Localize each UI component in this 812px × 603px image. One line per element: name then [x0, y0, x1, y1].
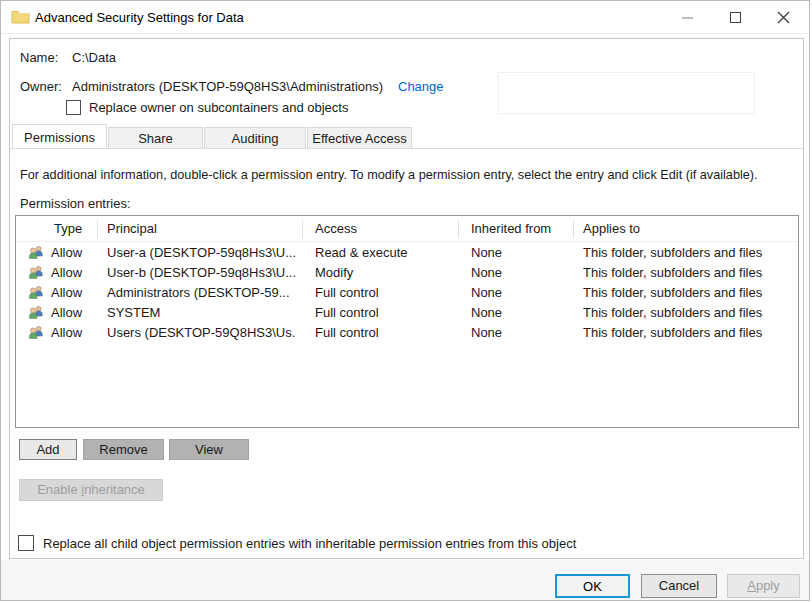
- cell-access: Full control: [303, 325, 459, 340]
- cell-applies-to: This folder, subfolders and files: [574, 285, 798, 300]
- cell-type: Allow: [51, 245, 82, 260]
- replace-owner-checkbox[interactable]: [66, 100, 81, 115]
- cell-access: Read & execute: [303, 245, 459, 260]
- dialog-window: Advanced Security Settings for Data Name…: [0, 0, 810, 601]
- column-header-inherited-from[interactable]: Inherited from: [459, 220, 574, 238]
- cell-applies-to: This folder, subfolders and files: [574, 245, 798, 260]
- cell-inherited-from: None: [459, 305, 574, 320]
- cell-inherited-from: None: [459, 265, 574, 280]
- table-row[interactable]: Allow User-a (DESKTOP-59q8Hs3\U... Read …: [16, 242, 798, 262]
- cell-access: Full control: [303, 305, 459, 320]
- permission-entries-table: Type Principal Access Inherited from App…: [15, 215, 799, 428]
- cell-applies-to: This folder, subfolders and files: [574, 265, 798, 280]
- replace-owner-label[interactable]: Replace owner on subcontainers and objec…: [89, 100, 348, 115]
- owner-value: Administrators (DESKTOP-59Q8HS3\Administ…: [72, 79, 383, 94]
- table-row[interactable]: Allow Users (DESKTOP-59Q8HS3\Us. Full co…: [16, 322, 798, 342]
- column-header-applies-to[interactable]: Applies to: [574, 220, 798, 238]
- column-header-type[interactable]: Type: [16, 220, 98, 238]
- name-label: Name:: [20, 50, 58, 65]
- title-bar: Advanced Security Settings for Data: [1, 1, 809, 34]
- name-value: C:\Data: [72, 50, 116, 65]
- cell-type: Allow: [51, 325, 82, 340]
- replace-child-label[interactable]: Replace all child object permission entr…: [43, 536, 576, 551]
- users-icon: [28, 324, 44, 340]
- enable-inheritance-label: Enable: [37, 482, 81, 497]
- cancel-button[interactable]: Cancel: [641, 574, 717, 598]
- window-title: Advanced Security Settings for Data: [35, 10, 244, 25]
- tab-effective-access[interactable]: Effective Access: [307, 127, 412, 149]
- cell-access: Full control: [303, 285, 459, 300]
- tab-strip: Permissions Share Auditing Effective Acc…: [12, 124, 413, 149]
- users-icon: [28, 284, 44, 300]
- main-panel: Name: C:\Data Owner: Administrators (DES…: [9, 38, 804, 559]
- cell-applies-to: This folder, subfolders and files: [574, 325, 798, 340]
- remove-button[interactable]: Remove: [83, 439, 164, 460]
- maximize-icon: [730, 12, 741, 23]
- column-header-access[interactable]: Access: [303, 220, 459, 238]
- cell-principal: User-b (DESKTOP-59q8Hs3\U...: [98, 265, 303, 280]
- cell-applies-to: This folder, subfolders and files: [574, 305, 798, 320]
- apply-button: Apply: [727, 574, 800, 598]
- users-icon: [28, 304, 44, 320]
- cell-access: Modify: [303, 265, 459, 280]
- tab-share[interactable]: Share: [108, 127, 203, 149]
- info-text: For additional information, double-click…: [20, 168, 758, 182]
- users-icon: [28, 264, 44, 280]
- cell-type: Allow: [51, 265, 82, 280]
- permission-entries-label: Permission entries:: [20, 196, 131, 211]
- column-header-principal[interactable]: Principal: [98, 220, 303, 238]
- cell-type: Allow: [51, 305, 82, 320]
- close-icon: [777, 11, 790, 24]
- minimize-icon: [682, 17, 693, 19]
- table-header: Type Principal Access Inherited from App…: [16, 216, 798, 242]
- enable-inheritance-button: Enable inheritance: [19, 479, 163, 501]
- tab-permissions[interactable]: Permissions: [12, 124, 107, 149]
- cell-principal: SYSTEM: [98, 305, 303, 320]
- close-button[interactable]: [761, 1, 805, 34]
- tab-strip-line: [10, 148, 803, 149]
- maximize-button[interactable]: [713, 1, 757, 34]
- owner-label: Owner:: [20, 79, 62, 94]
- cell-principal: Users (DESKTOP-59Q8HS3\Us.: [98, 325, 303, 340]
- enable-inheritance-label-rest: nheritance: [84, 482, 145, 497]
- replace-child-checkbox[interactable]: [18, 535, 34, 551]
- change-owner-link[interactable]: Change: [398, 79, 444, 94]
- minimize-button[interactable]: [665, 1, 709, 34]
- cell-inherited-from: None: [459, 245, 574, 260]
- cell-inherited-from: None: [459, 325, 574, 340]
- cell-principal: User-a (DESKTOP-59q8Hs3\U...: [98, 245, 303, 260]
- blank-box: [498, 72, 755, 114]
- view-button[interactable]: View: [169, 439, 249, 460]
- apply-mnemonic: A: [747, 578, 756, 593]
- apply-label-rest: pply: [756, 578, 780, 593]
- table-row[interactable]: Allow SYSTEM Full control None This fold…: [16, 302, 798, 322]
- cell-principal: Administrators (DESKTOP-59...: [98, 285, 303, 300]
- folder-icon: [11, 9, 30, 27]
- table-row[interactable]: Allow Administrators (DESKTOP-59... Full…: [16, 282, 798, 302]
- cell-type: Allow: [51, 285, 82, 300]
- users-icon: [28, 244, 44, 260]
- tab-auditing[interactable]: Auditing: [204, 127, 306, 149]
- add-button[interactable]: Add: [19, 439, 77, 460]
- cell-inherited-from: None: [459, 285, 574, 300]
- ok-button[interactable]: OK: [555, 574, 630, 598]
- table-row[interactable]: Allow User-b (DESKTOP-59q8Hs3\U... Modif…: [16, 262, 798, 282]
